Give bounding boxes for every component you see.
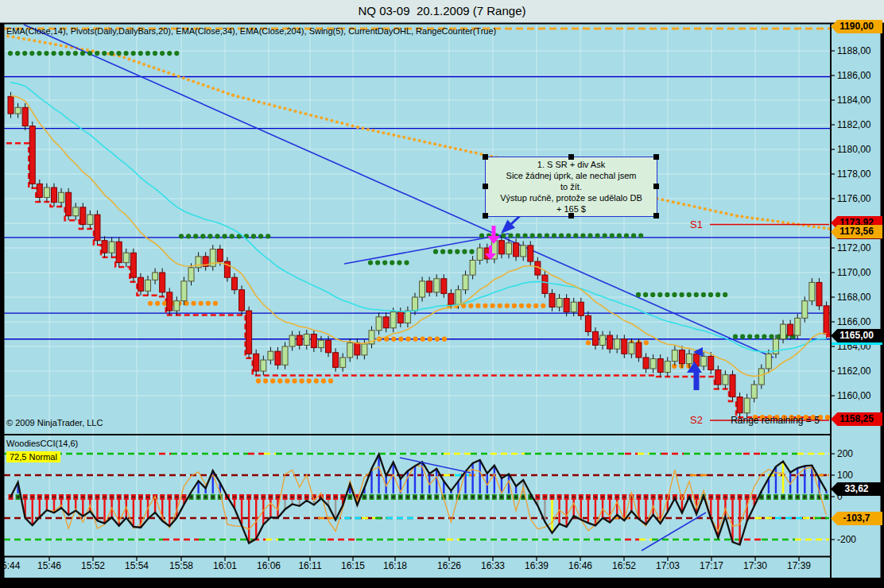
svg-text:17:30: 17:30 [743,560,767,571]
indicator-list-label: EMA(Close,14), Pivots(Daily,DailyBars,20… [6,26,496,36]
svg-text:16:11: 16:11 [298,560,321,571]
svg-text:16:39: 16:39 [525,560,549,571]
note-selection-handle[interactable] [483,184,488,189]
svg-text:1160,00: 1160,00 [837,390,871,401]
copyright-label: © 2009 NinjaTrader, LLC [6,418,103,427]
svg-text:15:58: 15:58 [169,560,193,571]
svg-text:17:17: 17:17 [700,560,723,571]
note-line: Výstup ručně, protože se udělalo DB [486,192,657,203]
ninjatrader-window: NQ 03-09 20.1.2009 (7 Range) S1S2Range r… [0,0,884,588]
price-tag-day-low: 1158,25 [831,412,882,426]
svg-text:16:26: 16:26 [437,560,461,571]
svg-text:1170,00: 1170,00 [837,267,871,278]
svg-text:200: 200 [837,448,853,459]
svg-text:16:52: 16:52 [612,560,636,571]
note-selection-handle[interactable] [483,154,488,160]
note-line: to žít. [486,181,657,192]
svg-text:16:15: 16:15 [341,560,365,571]
svg-text:1186,00: 1186,00 [837,70,871,81]
note-selection-handle[interactable] [568,154,574,160]
svg-text:100: 100 [837,470,853,481]
cci-value-tag: 33,62 [831,482,882,496]
svg-text:15:52: 15:52 [81,560,105,571]
price-tag-day-high: 1190,00 [831,20,882,33]
svg-text:1172,00: 1172,00 [837,242,871,253]
svg-text:S2: S2 [690,414,703,426]
svg-text:16:01: 16:01 [213,560,237,571]
svg-text:16:18: 16:18 [383,560,407,571]
svg-text:5:44: 5:44 [2,560,21,571]
svg-text:17:39: 17:39 [787,560,811,571]
cci-turbo-value-tag: -103,7 [831,512,882,525]
svg-text:1188,00: 1188,00 [837,45,871,56]
note-selection-handle[interactable] [653,154,659,160]
svg-text:1178,00: 1178,00 [837,168,871,180]
svg-text:1176,00: 1176,00 [837,193,871,204]
last-price-underline [832,342,882,345]
price-tag-last: 1165,00 [831,329,882,342]
svg-text:16:46: 16:46 [568,560,592,571]
svg-text:16:33: 16:33 [481,560,505,571]
svg-text:1162,00: 1162,00 [837,366,871,377]
cci-indicator-label: WoodiesCCI(14,6) [6,439,78,448]
svg-text:Range remaining = 5: Range remaining = 5 [731,415,820,426]
svg-text:1180,00: 1180,00 [837,144,871,155]
svg-text:1166,00: 1166,00 [837,316,871,327]
svg-text:17:03: 17:03 [656,560,680,571]
trade-note-annotation[interactable]: 1. S SR + div Ask Sice žádnej úprk, ale … [485,157,657,217]
svg-text:1182,00: 1182,00 [837,119,871,130]
note-line: 1. S SR + div Ask [486,159,657,170]
svg-text:15:46: 15:46 [37,560,61,571]
note-selection-handle[interactable] [653,184,659,189]
svg-text:1168,00: 1168,00 [837,292,871,303]
price-tag-ema204: 1173,56 [831,225,882,239]
svg-text:15:54: 15:54 [125,560,149,571]
svg-text:16:06: 16:06 [257,560,281,571]
cci-state-badge: 72,5 Normal [6,451,60,462]
note-selection-handle[interactable] [653,213,659,219]
note-selection-handle[interactable] [568,213,574,219]
note-line: Sice žádnej úprk, ale nechal jsem [486,170,657,181]
svg-text:S1: S1 [690,219,703,230]
note-selection-handle[interactable] [483,213,488,219]
chart-canvas[interactable]: S1S2Range remaining = 51188,001186,00118… [0,0,884,588]
svg-text:1184,00: 1184,00 [837,95,871,106]
svg-text:-200: -200 [837,534,856,545]
